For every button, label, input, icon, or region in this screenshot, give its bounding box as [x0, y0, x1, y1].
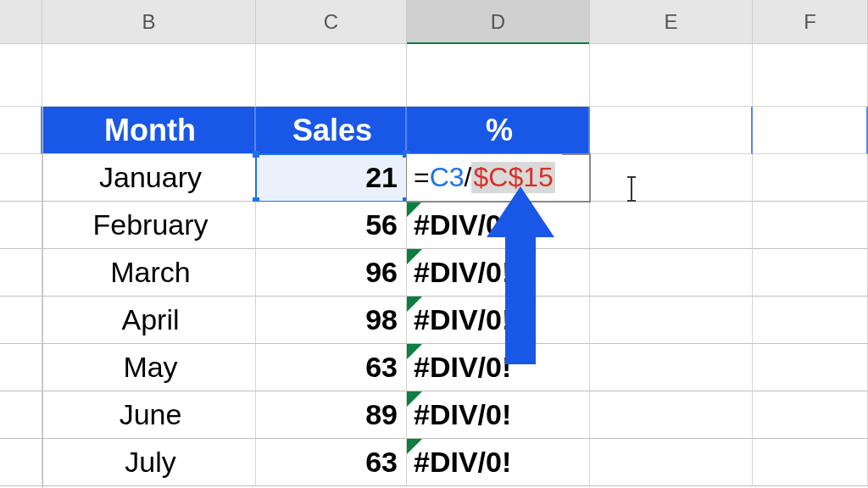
table-row: July 63 #DIV/0!	[0, 439, 868, 486]
cell[interactable]	[590, 439, 753, 486]
grid-row-1	[0, 44, 868, 107]
cell[interactable]	[590, 297, 753, 344]
table-row: May 63 #DIV/0!	[0, 344, 868, 391]
cell[interactable]	[407, 44, 590, 107]
column-header-B[interactable]: B	[42, 0, 256, 43]
cell[interactable]	[0, 344, 42, 391]
cell-formula-editing[interactable]: =C3/$C$15	[407, 154, 590, 202]
column-header-C[interactable]: C	[256, 0, 407, 43]
cell[interactable]	[753, 107, 868, 154]
cell[interactable]	[590, 107, 753, 154]
cell[interactable]	[753, 154, 868, 202]
cell-sales[interactable]: 96	[256, 249, 407, 297]
error-triangle-icon	[407, 439, 422, 454]
cell-sales-referenced[interactable]: 21	[256, 154, 407, 202]
cell[interactable]	[0, 107, 42, 154]
cell-percent-error[interactable]: #DIV/0!	[407, 344, 590, 391]
cell-month[interactable]: February	[42, 202, 256, 249]
text-cursor-icon	[627, 176, 636, 202]
cell[interactable]	[256, 44, 407, 107]
cell-percent-error[interactable]: #DIV/0!	[407, 249, 590, 297]
formula-equals: =	[414, 162, 430, 193]
formula-editor[interactable]: =C3/$C$15	[407, 154, 562, 201]
table-header-row: Month Sales %	[0, 107, 868, 154]
header-month[interactable]: Month	[42, 107, 256, 154]
cell[interactable]	[590, 391, 753, 439]
table-row: March 96 #DIV/0!	[0, 249, 868, 297]
table-row: January 21 =C3/$C$15	[0, 154, 868, 202]
error-triangle-icon	[407, 202, 422, 217]
cell-sales[interactable]: 63	[256, 439, 407, 486]
cell[interactable]	[42, 44, 256, 107]
cell[interactable]	[753, 391, 868, 439]
cell[interactable]	[753, 344, 868, 391]
cell-percent-error[interactable]: #DIV/0!	[407, 202, 590, 249]
error-triangle-icon	[407, 297, 422, 312]
error-triangle-icon	[407, 249, 422, 264]
cell-month[interactable]: July	[42, 439, 256, 486]
cell[interactable]	[753, 202, 868, 249]
cell[interactable]	[590, 249, 753, 297]
cell[interactable]	[590, 44, 753, 107]
error-triangle-icon	[407, 344, 422, 359]
header-percent[interactable]: %	[407, 107, 590, 154]
formula-ref-c3: C3	[430, 162, 465, 193]
cell[interactable]	[753, 297, 868, 344]
table-row: April 98 #DIV/0!	[0, 297, 868, 344]
cell[interactable]	[590, 202, 753, 249]
cell[interactable]	[0, 249, 42, 297]
error-triangle-icon	[407, 391, 422, 407]
table-row: June 89 #DIV/0!	[0, 391, 868, 439]
header-sales[interactable]: Sales	[256, 107, 407, 154]
cell[interactable]	[0, 297, 42, 344]
cell[interactable]	[0, 202, 42, 249]
cell[interactable]	[0, 44, 42, 107]
table-row: February 56 #DIV/0!	[0, 202, 868, 249]
column-header-gutter[interactable]	[0, 0, 42, 43]
cell[interactable]	[753, 439, 868, 486]
cell-percent-error[interactable]: #DIV/0!	[407, 391, 590, 439]
formula-ref-c15: $C$15	[471, 162, 554, 193]
cell-percent-error[interactable]: #DIV/0!	[407, 297, 590, 344]
column-header-D[interactable]: D	[407, 0, 590, 43]
column-header-row: B C D E F	[0, 0, 868, 44]
formula-divide: /	[465, 162, 472, 193]
cell-month[interactable]: April	[42, 297, 256, 344]
table-left-border	[42, 107, 43, 488]
cell-month[interactable]: May	[42, 344, 256, 391]
column-header-F[interactable]: F	[753, 0, 868, 43]
cell-sales[interactable]: 56	[256, 202, 407, 249]
cell[interactable]	[0, 154, 42, 202]
column-header-E[interactable]: E	[590, 0, 753, 43]
cell[interactable]	[590, 344, 753, 391]
cell-sales[interactable]: 63	[256, 344, 407, 391]
cell[interactable]	[0, 391, 42, 439]
cell-month[interactable]: January	[42, 154, 256, 202]
cell[interactable]	[753, 249, 868, 297]
cell-sales[interactable]: 89	[256, 391, 407, 439]
cell-month[interactable]: June	[42, 391, 256, 439]
spreadsheet-grid[interactable]: B C D E F Month Sales % January	[0, 0, 868, 488]
cell[interactable]	[590, 154, 753, 202]
cell-percent-error[interactable]: #DIV/0!	[407, 439, 590, 486]
cell-sales[interactable]: 98	[256, 297, 407, 344]
cell-month[interactable]: March	[42, 249, 256, 297]
cell[interactable]	[0, 439, 42, 486]
cell[interactable]	[753, 44, 868, 107]
